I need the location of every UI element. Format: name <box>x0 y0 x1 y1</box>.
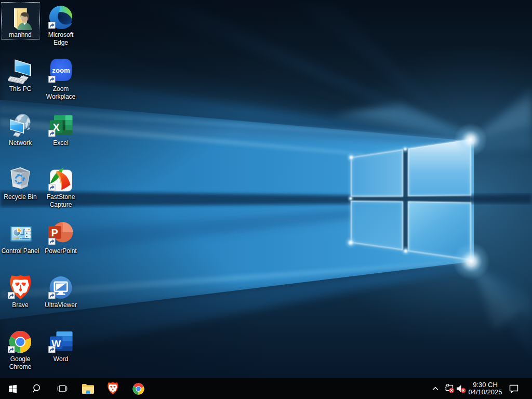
svg-text:zoom: zoom <box>52 66 70 74</box>
svg-text:P: P <box>51 227 58 238</box>
